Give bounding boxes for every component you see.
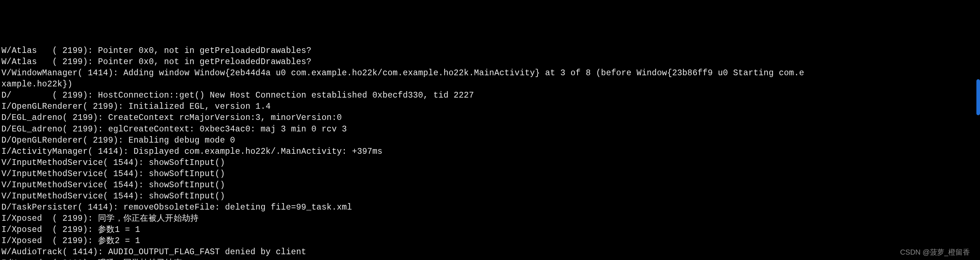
log-line: D/EGL_adreno( 2199): CreateContext rcMaj… [2, 113, 980, 124]
logcat-output[interactable]: W/Atlas ( 2199): Pointer 0x0, not in get… [2, 45, 980, 260]
log-line: I/Xposed ( 2199): 哦吼，同学劫持已结束 [2, 258, 980, 260]
log-line: V/WindowManager( 1414): Adding window Wi… [2, 68, 980, 79]
log-line: V/InputMethodService( 1544): showSoftInp… [2, 191, 980, 202]
log-line: W/Atlas ( 2199): Pointer 0x0, not in get… [2, 57, 980, 68]
watermark-text: CSDN @菠萝_橙留香 [900, 247, 970, 257]
log-line: I/Xposed ( 2199): 同学，你正在被人开始劫持 [2, 213, 980, 224]
log-line: W/Atlas ( 2199): Pointer 0x0, not in get… [2, 45, 980, 57]
log-line: W/AudioTrack( 1414): AUDIO_OUTPUT_FLAG_F… [2, 247, 980, 258]
log-line: V/InputMethodService( 1544): showSoftInp… [2, 180, 980, 191]
log-line: I/ActivityManager( 1414): Displayed com.… [2, 146, 980, 157]
log-line: D/TaskPersister( 1414): removeObsoleteFi… [2, 202, 980, 213]
log-line: V/InputMethodService( 1544): showSoftInp… [2, 168, 980, 180]
log-line: D/OpenGLRenderer( 2199): Enabling debug … [2, 135, 980, 146]
scrollbar-thumb[interactable] [977, 79, 980, 115]
log-line: I/Xposed ( 2199): 参数1 = 1 [2, 224, 980, 236]
log-line: D/EGL_adreno( 2199): eglCreateContext: 0… [2, 124, 980, 135]
log-line: xample.ho22k}) [2, 79, 980, 90]
log-line: I/Xposed ( 2199): 参数2 = 1 [2, 236, 980, 247]
log-line: V/InputMethodService( 1544): showSoftInp… [2, 157, 980, 168]
log-line: I/OpenGLRenderer( 2199): Initialized EGL… [2, 101, 980, 113]
log-line: D/ ( 2199): HostConnection::get() New Ho… [2, 90, 980, 101]
